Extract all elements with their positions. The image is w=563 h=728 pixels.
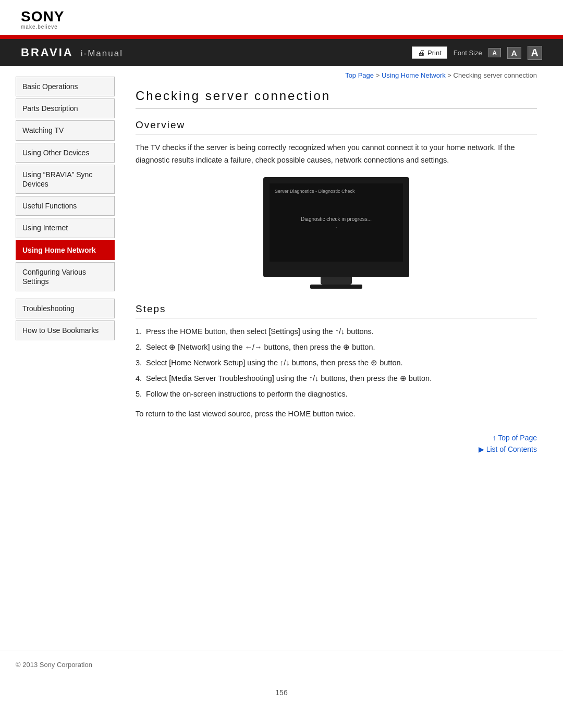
sidebar-item-parts-description[interactable]: Parts Description bbox=[16, 98, 115, 118]
tv-stand bbox=[321, 277, 352, 285]
breadcrumb-current: Checking server connection bbox=[454, 71, 537, 79]
sidebar-item-using-other-devices[interactable]: Using Other Devices bbox=[16, 143, 115, 163]
sidebar-item-using-bravia-sync[interactable]: Using “BRAVIA” Sync Devices bbox=[16, 165, 115, 194]
tv-screen-dot: . bbox=[336, 224, 337, 229]
sony-tagline: make.believe bbox=[21, 24, 58, 30]
step-item-2: 2.Select ⊕ [Network] using the ←/→ butto… bbox=[136, 341, 537, 354]
font-size-label: Font Size bbox=[454, 49, 482, 57]
overview-heading: Overview bbox=[136, 119, 537, 134]
imanual-label: i-Manual bbox=[81, 48, 123, 59]
font-size-medium-button[interactable]: A bbox=[507, 47, 521, 59]
breadcrumb-top-page[interactable]: Top Page bbox=[345, 71, 374, 79]
sidebar: Basic OperationsParts DescriptionWatchin… bbox=[0, 66, 115, 639]
bravia-label: BRAVIA bbox=[21, 46, 74, 59]
print-icon: 🖨 bbox=[418, 48, 425, 57]
tv-screen-text-top: Server Diagnostics - Diagnostic Check bbox=[275, 189, 398, 194]
sidebar-item-using-internet[interactable]: Using Internet bbox=[16, 218, 115, 238]
page-footer: © 2013 Sony Corporation bbox=[0, 650, 563, 679]
top-of-page-link[interactable]: Top of Page bbox=[136, 434, 537, 442]
steps-list: 1.Press the HOME button, then select [Se… bbox=[136, 326, 537, 401]
footer-links: Top of Page List of Contents bbox=[136, 434, 537, 453]
page-title: Checking server connection bbox=[136, 89, 537, 109]
sony-text: SONY bbox=[21, 9, 64, 24]
page-number: 156 bbox=[0, 688, 563, 697]
step-item-1: 1.Press the HOME button, then select [Se… bbox=[136, 326, 537, 338]
sidebar-item-how-to-use[interactable]: How to Use Bookmarks bbox=[16, 320, 115, 340]
font-size-large-button[interactable]: A bbox=[528, 46, 542, 60]
nav-bar-right: 🖨 Print Font Size A A A bbox=[412, 46, 542, 60]
tv-screen: Server Diagnostics - Diagnostic Check Di… bbox=[270, 183, 403, 262]
main-layout: Basic OperationsParts DescriptionWatchin… bbox=[0, 66, 563, 639]
red-bar bbox=[0, 35, 563, 39]
steps-heading: Steps bbox=[136, 303, 537, 318]
sidebar-item-basic-operations[interactable]: Basic Operations bbox=[16, 77, 115, 96]
sidebar-item-watching-tv[interactable]: Watching TV bbox=[16, 120, 115, 140]
step-item-4: 4.Select [Media Server Troubleshooting] … bbox=[136, 373, 537, 385]
nav-bar-left: BRAVIA i-Manual bbox=[21, 46, 123, 59]
nav-bar: BRAVIA i-Manual 🖨 Print Font Size A A A bbox=[0, 39, 563, 66]
tv-screen-text-mid: Diagnostic check in progress... bbox=[301, 216, 372, 222]
content-area: Top Page > Using Home Network > Checking… bbox=[115, 66, 563, 639]
breadcrumb-sep2: > bbox=[447, 71, 453, 79]
print-button[interactable]: 🖨 Print bbox=[412, 46, 447, 59]
tv-image-container: Server Diagnostics - Diagnostic Check Di… bbox=[136, 177, 537, 289]
sidebar-item-troubleshooting[interactable]: Troubleshooting bbox=[16, 299, 115, 318]
top-bar: SONY make.believe bbox=[0, 0, 563, 35]
breadcrumb-home-network[interactable]: Using Home Network bbox=[382, 71, 446, 79]
font-size-small-button[interactable]: A bbox=[488, 48, 501, 57]
tv-body: Server Diagnostics - Diagnostic Check Di… bbox=[263, 177, 409, 277]
breadcrumb: Top Page > Using Home Network > Checking… bbox=[136, 71, 537, 79]
sidebar-item-using-home-network[interactable]: Using Home Network bbox=[16, 240, 115, 260]
breadcrumb-sep1: > bbox=[376, 71, 382, 79]
sidebar-item-useful-functions[interactable]: Useful Functions bbox=[16, 196, 115, 216]
sidebar-item-configuring-settings[interactable]: Configuring Various Settings bbox=[16, 262, 115, 291]
sony-logo: SONY make.believe bbox=[21, 9, 64, 30]
tv-base bbox=[310, 285, 362, 289]
print-label: Print bbox=[427, 49, 442, 57]
step-item-3: 3.Select [Home Network Setup] using the … bbox=[136, 357, 537, 369]
list-of-contents-link[interactable]: List of Contents bbox=[136, 445, 537, 453]
step-item-5: 5.Follow the on-screen instructions to p… bbox=[136, 388, 537, 401]
return-text: To return to the last viewed source, pre… bbox=[136, 410, 537, 418]
overview-text: The TV checks if the server is being cor… bbox=[136, 142, 537, 167]
copyright: © 2013 Sony Corporation bbox=[16, 661, 92, 669]
tv-screen-wrapper: Server Diagnostics - Diagnostic Check Di… bbox=[263, 177, 409, 289]
